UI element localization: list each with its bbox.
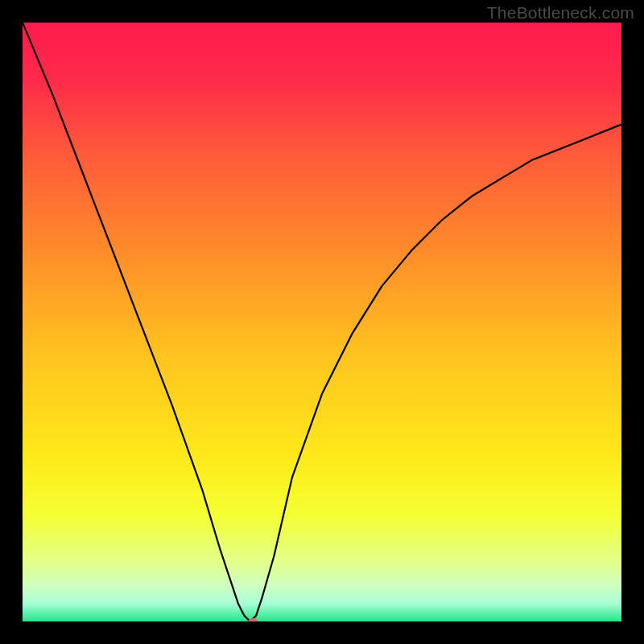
chart-frame: TheBottleneck.com xyxy=(0,0,644,644)
chart-plot-area xyxy=(23,23,621,621)
chart-svg xyxy=(23,23,621,621)
chart-background xyxy=(23,23,621,621)
watermark-text: TheBottleneck.com xyxy=(487,3,634,23)
